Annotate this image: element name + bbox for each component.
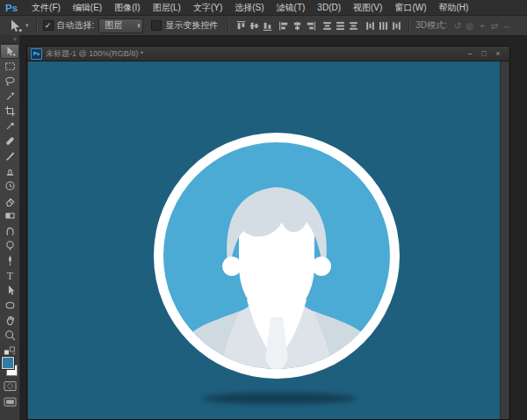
document-title: 未标题-1 @ 100%(RGB/8) *	[46, 48, 143, 60]
3d-scale-button[interactable]: ⇔	[501, 21, 513, 31]
align-vertical-centers-button[interactable]	[248, 18, 261, 33]
tools-panel: » T	[0, 35, 20, 420]
menu-item-6[interactable]: 滤镜(T)	[271, 0, 312, 15]
align-horizontal-centers-button[interactable]	[291, 18, 304, 33]
distribute-horizontal-centers-button[interactable]	[377, 18, 390, 33]
minimize-window-button[interactable]: –	[463, 47, 477, 61]
history-brush-tool[interactable]	[0, 178, 19, 193]
menu-item-8[interactable]: 视图(V)	[347, 0, 388, 15]
window-buttons: –□×	[463, 47, 509, 61]
svg-text:T: T	[6, 270, 13, 281]
type-tool[interactable]: T	[0, 268, 19, 283]
auto-select-label: 自动选择:	[57, 19, 95, 32]
auto-select-target-dropdown[interactable]: 图层 ▴▾	[98, 18, 143, 33]
align-top-edges-button[interactable]	[235, 18, 248, 33]
distribute-right-edges-button[interactable]	[390, 18, 403, 33]
menu-item-3[interactable]: 图层(L)	[147, 0, 187, 15]
3d-drag-button[interactable]: +	[476, 21, 488, 31]
menu-item-10[interactable]: 帮助(H)	[432, 0, 474, 15]
align-buttons	[235, 18, 403, 33]
show-transform-label: 显示变换控件	[165, 19, 218, 32]
3d-roll-button[interactable]: ◎	[464, 21, 476, 31]
hand-tool[interactable]	[0, 313, 19, 328]
auto-select-checkbox[interactable]: ✓	[43, 20, 54, 31]
avatar-graphic	[154, 133, 400, 379]
quick-selection-tool[interactable]	[0, 89, 19, 104]
color-swatches	[0, 357, 19, 377]
menu-item-1[interactable]: 编辑(E)	[67, 0, 108, 15]
3d-mode-buttons: ↺◎+⇄⇔	[451, 21, 513, 31]
move-tool[interactable]	[0, 44, 19, 59]
align-right-edges-button[interactable]	[304, 18, 317, 33]
align-left-edges-button[interactable]	[278, 18, 291, 33]
zoom-tool[interactable]	[0, 328, 19, 343]
spot-healing-brush-tool[interactable]	[0, 134, 19, 148]
photoshop-app: Ps 文件(F)编辑(E)图像(I)图层(L)文字(Y)选择(S)滤镜(T)3D…	[0, 0, 527, 420]
menu-item-5[interactable]: 选择(S)	[228, 0, 270, 15]
tool-preset-caret-icon[interactable]: ▾	[25, 22, 29, 29]
swap-colors-icon[interactable]	[0, 345, 19, 356]
document-titlebar[interactable]: Ps 未标题-1 @ 100%(RGB/8) * –□×	[27, 47, 509, 62]
eraser-tool[interactable]	[0, 193, 19, 208]
dropdown-value: 图层	[105, 19, 122, 32]
menu-item-4[interactable]: 文字(Y)	[187, 0, 228, 15]
dropdown-arrows-icon: ▴▾	[138, 23, 141, 29]
lasso-tool[interactable]	[0, 74, 19, 89]
screen-mode-button[interactable]	[0, 395, 19, 409]
menu-items: 文件(F)编辑(E)图像(I)图层(L)文字(Y)选择(S)滤镜(T)3D(D)…	[25, 0, 474, 15]
rectangular-marquee-tool[interactable]	[0, 59, 19, 74]
3d-rotate-button[interactable]: ↺	[451, 21, 464, 31]
3d-slide-button[interactable]: ⇄	[488, 21, 501, 31]
menu-item-2[interactable]: 图像(I)	[108, 0, 146, 15]
gradient-tool[interactable]	[0, 208, 19, 223]
smudge-tool[interactable]	[0, 223, 19, 238]
eyedropper-tool[interactable]	[0, 119, 19, 134]
dodge-tool[interactable]	[0, 238, 19, 253]
document-icon: Ps	[31, 48, 42, 60]
move-tool-icon	[5, 18, 25, 33]
separator	[36, 18, 38, 33]
photoshop-logo: Ps	[5, 3, 18, 13]
menu-item-0[interactable]: 文件(F)	[25, 0, 67, 15]
shape-tool[interactable]	[0, 298, 19, 313]
collapse-panel-button[interactable]: »	[0, 35, 19, 44]
separator	[408, 18, 410, 33]
close-window-button[interactable]: ×	[491, 47, 505, 61]
menu-item-9[interactable]: 窗口(W)	[388, 0, 432, 15]
distribute-bottom-edges-button[interactable]	[347, 18, 360, 33]
crop-tool[interactable]	[0, 104, 19, 119]
document-window: Ps 未标题-1 @ 100%(RGB/8) * –□×	[26, 46, 510, 420]
tool-buttons: T	[0, 44, 19, 343]
vertical-scrollbar[interactable]	[500, 62, 509, 419]
show-transform-checkbox[interactable]: ✓	[151, 20, 162, 31]
distribute-top-edges-button[interactable]	[321, 18, 334, 33]
clone-stamp-tool[interactable]	[0, 163, 19, 178]
canvas[interactable]	[28, 62, 501, 419]
menu-item-7[interactable]: 3D(D)	[311, 0, 347, 15]
path-selection-tool[interactable]	[0, 283, 19, 298]
maximize-window-button[interactable]: □	[477, 47, 491, 61]
separator	[227, 18, 229, 33]
options-bar: ▾ ✓ 自动选择: 图层 ▴▾ ✓ 显示变换控件 3D模式: ↺◎+⇄⇔	[0, 16, 527, 36]
menu-bar: Ps 文件(F)编辑(E)图像(I)图层(L)文字(Y)选择(S)滤镜(T)3D…	[0, 0, 527, 16]
avatar-shadow	[202, 393, 357, 404]
align-bottom-edges-button[interactable]	[261, 18, 274, 33]
brush-tool[interactable]	[0, 148, 19, 163]
3d-mode-label: 3D模式:	[415, 19, 447, 32]
pen-tool[interactable]	[0, 253, 19, 268]
distribute-vertical-centers-button[interactable]	[334, 18, 347, 33]
foreground-color-swatch[interactable]	[2, 357, 14, 369]
quick-mask-button[interactable]	[0, 380, 19, 393]
distribute-left-edges-button[interactable]	[364, 18, 377, 33]
